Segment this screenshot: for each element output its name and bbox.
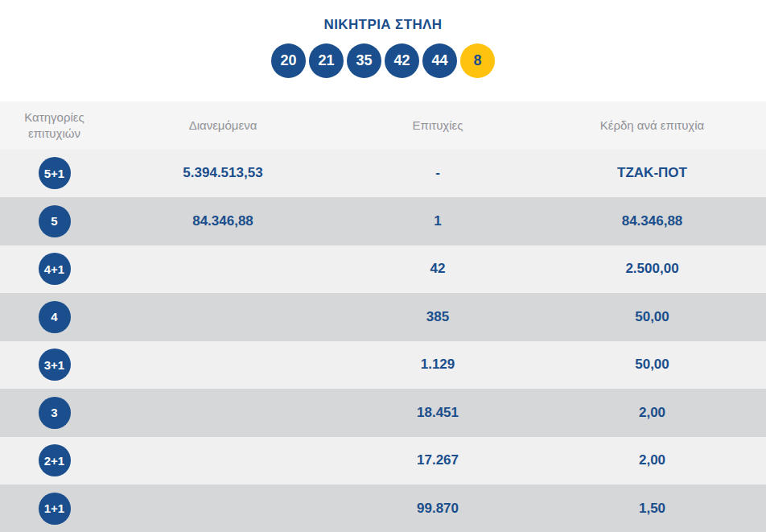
category-badge: 5+1 — [39, 157, 71, 189]
table-body: 5+15.394.513,53-ΤΖΑΚ-ΠΟΤ584.346,88184.34… — [0, 150, 766, 532]
prize-cell: 50,00 — [538, 357, 766, 373]
category-cell: 4 — [0, 301, 109, 333]
table-row: 2+117.2672,00 — [0, 437, 766, 485]
category-cell: 2+1 — [0, 444, 109, 476]
table-row: 3+11.12950,00 — [0, 341, 766, 390]
drawn-numbers-row: 20213542448 — [0, 43, 766, 78]
category-cell: 3 — [0, 397, 109, 429]
drawn-number-ball: 20 — [271, 43, 306, 78]
category-cell: 5+1 — [0, 157, 109, 189]
prize-cell: 1,50 — [538, 501, 766, 517]
drawn-number-ball: 35 — [347, 43, 381, 78]
winning-column-section: ΝΙΚΗΤΡΙΑ ΣΤΗΛΗ 20213542448 — [0, 0, 766, 101]
category-cell: 1+1 — [0, 493, 109, 525]
category-cell: 5 — [0, 205, 109, 237]
prize-categories-table: Κατηγορίες επιτυχιών Διανεμόμενα Επιτυχί… — [0, 101, 766, 532]
table-header-row: Κατηγορίες επιτυχιών Διανεμόμενα Επιτυχί… — [0, 101, 766, 150]
winners-cell: 42 — [337, 261, 538, 277]
prize-cell: 50,00 — [538, 309, 766, 325]
category-badge: 3 — [39, 397, 71, 429]
winners-cell: 385 — [337, 309, 538, 325]
category-cell: 4+1 — [0, 253, 109, 285]
joker-number-ball: 8 — [460, 43, 495, 78]
winners-cell: 18.451 — [337, 405, 538, 421]
header-prize-per-win: Κέρδη ανά επιτυχία — [538, 118, 766, 134]
winning-column-title: ΝΙΚΗΤΡΙΑ ΣΤΗΛΗ — [0, 0, 766, 33]
category-cell: 3+1 — [0, 348, 109, 381]
winners-cell: 17.267 — [337, 452, 538, 468]
category-badge: 4 — [39, 301, 71, 333]
category-badge: 2+1 — [39, 444, 71, 476]
header-winners: Επιτυχίες — [337, 118, 538, 134]
category-badge: 3+1 — [39, 348, 71, 381]
prize-cell: ΤΖΑΚ-ΠΟΤ — [538, 165, 766, 181]
drawn-number-ball: 44 — [422, 43, 457, 78]
table-row: 438550,00 — [0, 293, 766, 341]
winners-cell: - — [337, 165, 538, 181]
prize-cell: 84.346,88 — [538, 213, 766, 229]
winners-cell: 1.129 — [337, 357, 538, 373]
header-distributed: Διανεμόμενα — [109, 118, 337, 134]
prize-cell: 2,00 — [538, 405, 766, 421]
category-badge: 5 — [39, 205, 71, 237]
table-row: 318.4512,00 — [0, 389, 766, 437]
header-categories: Κατηγορίες επιτυχιών — [0, 109, 109, 142]
winners-cell: 99.870 — [337, 501, 538, 517]
distributed-cell: 5.394.513,53 — [109, 165, 337, 181]
prize-cell: 2.500,00 — [538, 261, 766, 277]
winners-cell: 1 — [337, 213, 538, 229]
drawn-number-ball: 21 — [309, 43, 344, 78]
table-row: 584.346,88184.346,88 — [0, 197, 766, 245]
table-row: 4+1422.500,00 — [0, 245, 766, 294]
category-badge: 1+1 — [39, 493, 71, 525]
table-row: 1+199.8701,50 — [0, 485, 766, 532]
drawn-number-ball: 42 — [385, 43, 419, 78]
category-badge: 4+1 — [39, 253, 71, 285]
table-row: 5+15.394.513,53-ΤΖΑΚ-ΠΟΤ — [0, 150, 766, 198]
prize-cell: 2,00 — [538, 452, 766, 468]
distributed-cell: 84.346,88 — [109, 213, 337, 229]
